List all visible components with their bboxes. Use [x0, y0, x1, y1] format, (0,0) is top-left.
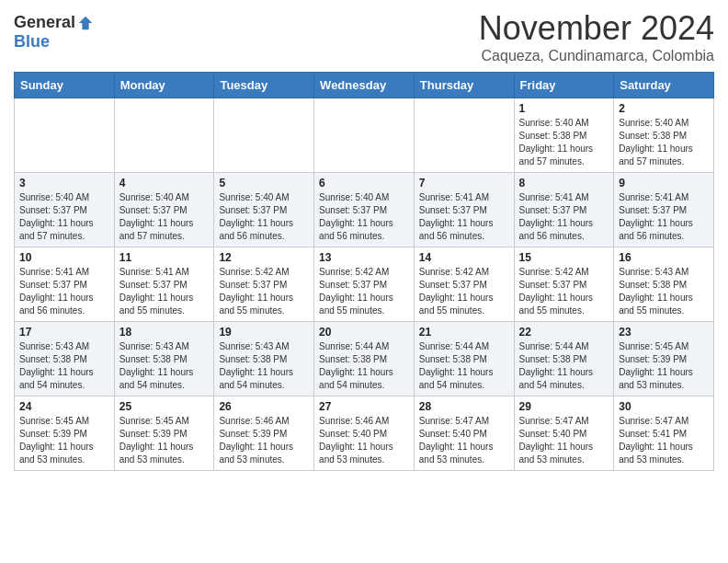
- day-cell: 4Sunrise: 5:40 AMSunset: 5:37 PMDaylight…: [114, 173, 214, 247]
- day-info: Sunrise: 5:42 AMSunset: 5:37 PMDaylight:…: [219, 266, 309, 317]
- day-info: Sunrise: 5:42 AMSunset: 5:37 PMDaylight:…: [419, 266, 509, 317]
- day-info: Sunrise: 5:44 AMSunset: 5:38 PMDaylight:…: [519, 340, 609, 392]
- week-row-2: 3Sunrise: 5:40 AMSunset: 5:37 PMDaylight…: [15, 173, 714, 247]
- day-cell: 12Sunrise: 5:42 AMSunset: 5:37 PMDayligh…: [214, 247, 314, 322]
- day-number: 5: [219, 177, 309, 190]
- day-cell: [414, 98, 514, 173]
- day-cell: 10Sunrise: 5:41 AMSunset: 5:37 PMDayligh…: [15, 247, 115, 322]
- logo-icon: [77, 15, 94, 31]
- day-number: 24: [19, 400, 109, 413]
- day-info: Sunrise: 5:43 AMSunset: 5:38 PMDaylight:…: [219, 340, 309, 392]
- day-info: Sunrise: 5:47 AMSunset: 5:41 PMDaylight:…: [619, 415, 709, 466]
- day-cell: 26Sunrise: 5:46 AMSunset: 5:39 PMDayligh…: [214, 396, 314, 471]
- svg-marker-0: [79, 16, 92, 29]
- day-cell: 1Sunrise: 5:40 AMSunset: 5:38 PMDaylight…: [514, 98, 614, 173]
- day-info: Sunrise: 5:44 AMSunset: 5:38 PMDaylight:…: [419, 340, 509, 392]
- calendar-table: SundayMondayTuesdayWednesdayThursdayFrid…: [14, 72, 714, 471]
- day-number: 4: [119, 177, 210, 190]
- day-number: 1: [519, 102, 609, 115]
- day-number: 21: [419, 326, 509, 339]
- day-info: Sunrise: 5:41 AMSunset: 5:37 PMDaylight:…: [19, 266, 109, 317]
- day-cell: [314, 98, 415, 173]
- day-number: 20: [319, 326, 409, 339]
- day-cell: [114, 98, 214, 173]
- day-number: 25: [119, 400, 210, 413]
- weekday-header-row: SundayMondayTuesdayWednesdayThursdayFrid…: [15, 73, 714, 98]
- logo-blue-text: Blue: [14, 32, 50, 52]
- day-info: Sunrise: 5:41 AMSunset: 5:37 PMDaylight:…: [519, 191, 609, 243]
- day-cell: 24Sunrise: 5:45 AMSunset: 5:39 PMDayligh…: [15, 396, 115, 471]
- day-cell: 13Sunrise: 5:42 AMSunset: 5:37 PMDayligh…: [314, 247, 415, 322]
- weekday-header-saturday: Saturday: [614, 73, 714, 98]
- day-cell: 6Sunrise: 5:40 AMSunset: 5:37 PMDaylight…: [314, 173, 415, 247]
- day-info: Sunrise: 5:40 AMSunset: 5:37 PMDaylight:…: [19, 191, 109, 243]
- day-cell: 22Sunrise: 5:44 AMSunset: 5:38 PMDayligh…: [514, 322, 614, 396]
- logo-general-text: General: [14, 13, 75, 32]
- day-number: 15: [519, 251, 609, 264]
- week-row-5: 24Sunrise: 5:45 AMSunset: 5:39 PMDayligh…: [15, 396, 714, 471]
- day-number: 18: [119, 326, 210, 339]
- week-row-4: 17Sunrise: 5:43 AMSunset: 5:38 PMDayligh…: [15, 322, 714, 396]
- day-cell: 14Sunrise: 5:42 AMSunset: 5:37 PMDayligh…: [414, 247, 514, 322]
- day-cell: 2Sunrise: 5:40 AMSunset: 5:38 PMDaylight…: [614, 98, 714, 173]
- day-cell: 25Sunrise: 5:45 AMSunset: 5:39 PMDayligh…: [114, 396, 214, 471]
- day-info: Sunrise: 5:46 AMSunset: 5:39 PMDaylight:…: [219, 415, 309, 466]
- day-info: Sunrise: 5:40 AMSunset: 5:37 PMDaylight:…: [219, 191, 309, 243]
- day-number: 30: [619, 400, 709, 413]
- day-cell: 3Sunrise: 5:40 AMSunset: 5:37 PMDaylight…: [15, 173, 115, 247]
- weekday-header-monday: Monday: [114, 73, 214, 98]
- week-row-1: 1Sunrise: 5:40 AMSunset: 5:38 PMDaylight…: [15, 98, 714, 173]
- week-row-3: 10Sunrise: 5:41 AMSunset: 5:37 PMDayligh…: [15, 247, 714, 322]
- day-info: Sunrise: 5:43 AMSunset: 5:38 PMDaylight:…: [19, 340, 109, 392]
- day-number: 6: [319, 177, 409, 190]
- day-info: Sunrise: 5:47 AMSunset: 5:40 PMDaylight:…: [519, 415, 609, 466]
- day-info: Sunrise: 5:41 AMSunset: 5:37 PMDaylight:…: [419, 191, 509, 243]
- day-cell: 7Sunrise: 5:41 AMSunset: 5:37 PMDaylight…: [414, 173, 514, 247]
- page-header: General Blue November 2024 Caqueza, Cund…: [14, 9, 714, 64]
- day-info: Sunrise: 5:42 AMSunset: 5:37 PMDaylight:…: [519, 266, 609, 317]
- day-info: Sunrise: 5:46 AMSunset: 5:40 PMDaylight:…: [319, 415, 409, 466]
- day-cell: 17Sunrise: 5:43 AMSunset: 5:38 PMDayligh…: [15, 322, 115, 396]
- weekday-header-sunday: Sunday: [15, 73, 115, 98]
- day-number: 11: [119, 251, 210, 264]
- day-info: Sunrise: 5:41 AMSunset: 5:37 PMDaylight:…: [119, 266, 210, 317]
- day-cell: 23Sunrise: 5:45 AMSunset: 5:39 PMDayligh…: [614, 322, 714, 396]
- day-info: Sunrise: 5:42 AMSunset: 5:37 PMDaylight:…: [319, 266, 409, 317]
- day-cell: 27Sunrise: 5:46 AMSunset: 5:40 PMDayligh…: [314, 396, 415, 471]
- day-cell: 11Sunrise: 5:41 AMSunset: 5:37 PMDayligh…: [114, 247, 214, 322]
- weekday-header-friday: Friday: [514, 73, 614, 98]
- day-cell: 29Sunrise: 5:47 AMSunset: 5:40 PMDayligh…: [514, 396, 614, 471]
- weekday-header-tuesday: Tuesday: [214, 73, 314, 98]
- day-number: 16: [619, 251, 709, 264]
- day-number: 19: [219, 326, 309, 339]
- day-cell: 15Sunrise: 5:42 AMSunset: 5:37 PMDayligh…: [514, 247, 614, 322]
- day-cell: 20Sunrise: 5:44 AMSunset: 5:38 PMDayligh…: [314, 322, 415, 396]
- day-info: Sunrise: 5:44 AMSunset: 5:38 PMDaylight:…: [319, 340, 409, 392]
- day-cell: 19Sunrise: 5:43 AMSunset: 5:38 PMDayligh…: [214, 322, 314, 396]
- day-number: 29: [519, 400, 609, 413]
- day-info: Sunrise: 5:40 AMSunset: 5:38 PMDaylight:…: [619, 117, 709, 168]
- day-number: 28: [419, 400, 509, 413]
- day-number: 22: [519, 326, 609, 339]
- month-title: November 2024: [479, 9, 714, 48]
- day-info: Sunrise: 5:45 AMSunset: 5:39 PMDaylight:…: [119, 415, 210, 466]
- day-info: Sunrise: 5:47 AMSunset: 5:40 PMDaylight:…: [419, 415, 509, 466]
- day-info: Sunrise: 5:40 AMSunset: 5:37 PMDaylight:…: [119, 191, 210, 243]
- day-cell: 30Sunrise: 5:47 AMSunset: 5:41 PMDayligh…: [614, 396, 714, 471]
- day-number: 9: [619, 177, 709, 190]
- day-cell: 28Sunrise: 5:47 AMSunset: 5:40 PMDayligh…: [414, 396, 514, 471]
- day-info: Sunrise: 5:45 AMSunset: 5:39 PMDaylight:…: [19, 415, 109, 466]
- day-number: 7: [419, 177, 509, 190]
- day-cell: [15, 98, 115, 173]
- day-cell: 16Sunrise: 5:43 AMSunset: 5:38 PMDayligh…: [614, 247, 714, 322]
- location-title: Caqueza, Cundinamarca, Colombia: [479, 48, 714, 64]
- day-cell: 8Sunrise: 5:41 AMSunset: 5:37 PMDaylight…: [514, 173, 614, 247]
- day-info: Sunrise: 5:40 AMSunset: 5:38 PMDaylight:…: [519, 117, 609, 168]
- day-number: 12: [219, 251, 309, 264]
- weekday-header-thursday: Thursday: [414, 73, 514, 98]
- day-number: 27: [319, 400, 409, 413]
- day-number: 23: [619, 326, 709, 339]
- day-number: 3: [19, 177, 109, 190]
- day-info: Sunrise: 5:43 AMSunset: 5:38 PMDaylight:…: [119, 340, 210, 392]
- day-number: 8: [519, 177, 609, 190]
